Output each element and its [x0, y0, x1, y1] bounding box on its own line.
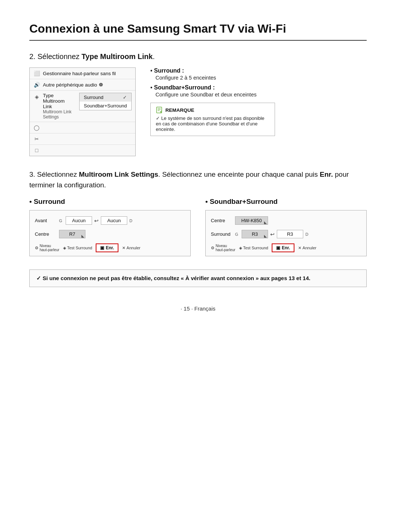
- soundbar-device-box: Centre HW-K850 Surround G R3 ↩ R3 D ⚙ Ni…: [205, 210, 367, 256]
- avant-d-field[interactable]: Aucun: [101, 216, 127, 225]
- info-icon: ◯: [33, 124, 40, 131]
- sb-centre-row: Centre HW-K850: [211, 216, 361, 225]
- sb-niveau-button[interactable]: ⚙ Niveauhaut-parleur: [211, 244, 235, 252]
- surround-panel: Surround Avant G Aucun ↩ Aucun D Centre …: [29, 198, 191, 256]
- step2-label: 2. Sélectionnez Type Multiroom Link.: [29, 52, 367, 61]
- soundbar-btn-row: ⚙ Niveauhaut-parleur ◈ Test Surround ▣ E…: [211, 243, 361, 252]
- sb-surround-row: Surround G R3 ↩ R3 D: [211, 230, 361, 238]
- speaker-icon: 🔊: [33, 81, 40, 88]
- menu-item-info: ◯: [30, 122, 135, 133]
- surround-panels: Surround Avant G Aucun ↩ Aucun D Centre …: [29, 198, 367, 256]
- annuler-button[interactable]: ✕ Annuler: [122, 246, 140, 250]
- surround-device-box: Avant G Aucun ↩ Aucun D Centre R7 ⚙ Nive…: [29, 210, 191, 256]
- step3-label: 3. Sélectionnez Multiroom Link Settings.…: [29, 169, 367, 190]
- niveau-button[interactable]: ⚙ Niveauhaut-parleur: [35, 244, 59, 252]
- sb-annuler-button[interactable]: ✕ Annuler: [298, 246, 316, 250]
- test-surround-button[interactable]: ◈ Test Surround: [63, 246, 92, 250]
- step-3: 3. Sélectionnez Multiroom Link Settings.…: [29, 169, 367, 256]
- bullet-soundbar: • Soundbar+Surround : Configure une Soun…: [150, 84, 367, 98]
- centre-field[interactable]: R7: [59, 230, 85, 238]
- dropdown-option-surround[interactable]: Surround ✓: [80, 93, 131, 102]
- surround-btn-row: ⚙ Niveauhaut-parleur ◈ Test Surround ▣ E…: [35, 243, 185, 252]
- note-icon: [156, 107, 163, 113]
- step-2: 2. Sélectionnez Type Multiroom Link. ⬜ G…: [29, 52, 367, 156]
- page-number: · 15 · Français: [29, 305, 367, 312]
- menu-item-type: ◈ Type Multiroom Link Multiroom Link Set…: [30, 91, 135, 122]
- image-icon: ⬜: [33, 70, 40, 77]
- menu-item-autre: 🔊 Autre périphérique audio ☸: [30, 79, 135, 91]
- sb-surround-d-field[interactable]: R3: [277, 230, 303, 238]
- page-title: Connexion à une Samsung Smart TV via Wi-…: [29, 22, 367, 41]
- link-icon: ◈: [33, 93, 40, 100]
- remarque-box: REMARQUE ✓ Le système de son surround n'…: [150, 103, 275, 136]
- avant-row: Avant G Aucun ↩ Aucun D: [35, 216, 185, 225]
- tools-icon: ✂: [33, 136, 40, 142]
- surround-title: Surround: [29, 198, 191, 206]
- soundbar-panel: Soundbar+Surround Centre HW-K850 Surroun…: [205, 198, 367, 256]
- step2-content: ⬜ Gestionnaire haut-parleur sans fil 🔊 A…: [29, 67, 367, 156]
- step2-bullets: • Surround : Configure 2 à 5 enceintes •…: [150, 67, 367, 136]
- bullet-surround: • Surround : Configure 2 à 5 enceintes: [150, 67, 367, 81]
- centre-row: Centre R7: [35, 230, 185, 238]
- sb-surround-g-field[interactable]: R3: [242, 230, 268, 238]
- menu-item-gestionnaire: ⬜ Gestionnaire haut-parleur sans fil: [30, 68, 135, 79]
- sb-test-surround-button[interactable]: ◈ Test Surround: [239, 246, 268, 250]
- sb-enr-button[interactable]: ▣ Enr.: [272, 243, 294, 252]
- bottom-note: ✓ Si une connexion ne peut pas être étab…: [29, 269, 367, 287]
- menu-item-tools: ✂: [30, 133, 135, 145]
- dropdown[interactable]: Surround ✓ Soundbar+Surround: [79, 93, 132, 110]
- menu-item-chat: □: [30, 145, 135, 156]
- avant-g-field[interactable]: Aucun: [66, 216, 92, 225]
- dropdown-option-soundbar[interactable]: Soundbar+Surround: [80, 102, 131, 110]
- sb-centre-field[interactable]: HW-K850: [235, 216, 268, 225]
- menu-panel: ⬜ Gestionnaire haut-parleur sans fil 🔊 A…: [29, 67, 136, 156]
- chat-icon: □: [33, 147, 40, 154]
- enr-button[interactable]: ▣ Enr.: [96, 243, 118, 252]
- soundbar-title: Soundbar+Surround: [205, 198, 367, 206]
